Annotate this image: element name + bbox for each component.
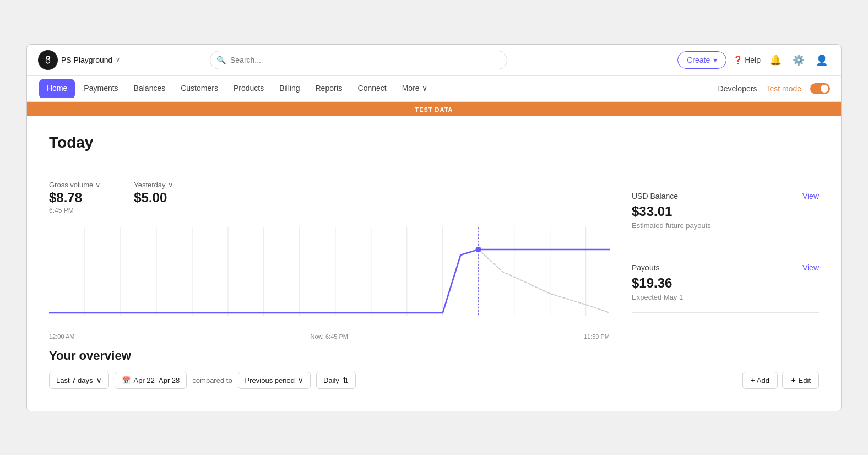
- create-button[interactable]: Create ▾: [677, 51, 726, 69]
- nav-label-customers: Customers: [181, 84, 218, 93]
- chart-label-start: 12:00 AM: [49, 333, 74, 340]
- nav-label-balances: Balances: [134, 84, 166, 93]
- gross-volume-chevron-icon: ∨: [95, 181, 101, 189]
- payouts-header: Payouts View: [632, 263, 819, 272]
- workspace-name: PS Playground: [61, 56, 112, 64]
- date-range-label: Apr 22–Apr 28: [134, 376, 180, 384]
- nav-label-home: Home: [47, 84, 67, 93]
- section-divider: [49, 165, 819, 165]
- nav-item-home[interactable]: Home: [39, 79, 75, 98]
- user-icon: 👤: [816, 55, 828, 66]
- compared-to-label: compared to: [192, 376, 232, 384]
- nav-label-connect: Connect: [358, 84, 387, 93]
- nav-item-balances[interactable]: Balances: [126, 77, 173, 100]
- developers-link[interactable]: Developers: [718, 84, 757, 93]
- nav-label-reports: Reports: [316, 84, 343, 93]
- overview-controls: Last 7 days ∨ 📅 Apr 22–Apr 28 compared t…: [49, 372, 819, 389]
- payouts-sub: Expected May 1: [632, 293, 819, 301]
- previous-period-label: Previous period: [245, 376, 295, 384]
- gross-volume-label[interactable]: Gross volume ∨: [49, 181, 101, 189]
- add-label: + Add: [751, 376, 769, 384]
- nav-item-billing[interactable]: Billing: [272, 77, 307, 100]
- add-button[interactable]: + Add: [742, 372, 778, 389]
- search-bar: 🔍: [210, 51, 507, 69]
- yesterday-value: $5.00: [134, 190, 173, 205]
- settings-button[interactable]: ⚙️: [790, 52, 807, 68]
- more-chevron-icon: ∨: [422, 84, 427, 93]
- page-title: Today: [49, 134, 819, 151]
- usd-balance-title: USD Balance: [632, 192, 678, 201]
- daily-selector[interactable]: Daily ⇅: [316, 372, 356, 389]
- usd-balance-sub: Estimated future payouts: [632, 221, 819, 230]
- search-icon: 🔍: [216, 56, 226, 64]
- usd-balance-amount: $33.01: [632, 204, 819, 219]
- payouts-view-link[interactable]: View: [802, 263, 819, 272]
- chart-label-mid: Now, 6:45 PM: [310, 333, 348, 340]
- yesterday-chevron-icon: ∨: [168, 181, 173, 189]
- nav-right: Developers Test mode: [718, 83, 830, 94]
- notifications-button[interactable]: 🔔: [767, 52, 784, 68]
- line-chart: [49, 228, 610, 327]
- brand-logo: [38, 50, 58, 70]
- gross-volume-metric: Gross volume ∨ $8.78 6:45 PM: [49, 181, 101, 214]
- nav-item-customers[interactable]: Customers: [173, 77, 226, 100]
- overview-right: + Add ✦ Edit: [742, 372, 819, 389]
- nav-label-products: Products: [234, 84, 264, 93]
- nav-item-products[interactable]: Products: [226, 77, 272, 100]
- main-content: Today Gross volume ∨ $8.78 6:45 PM: [27, 116, 841, 411]
- top-bar: PS Playground ∨ 🔍 Create ▾ ❓ Help 🔔 ⚙️: [27, 45, 841, 76]
- chart-area: Gross volume ∨ $8.78 6:45 PM Yesterday ∨…: [49, 181, 610, 327]
- workspace-chevron-icon: ∨: [116, 56, 120, 63]
- payouts-title: Payouts: [632, 263, 660, 272]
- test-mode-label: Test mode: [766, 84, 801, 93]
- overview-title: Your overview: [49, 349, 819, 363]
- nav-item-connect[interactable]: Connect: [350, 77, 394, 100]
- gear-icon: ⚙️: [793, 55, 805, 66]
- today-section: Gross volume ∨ $8.78 6:45 PM Yesterday ∨…: [49, 181, 819, 327]
- gross-volume-time: 6:45 PM: [49, 207, 101, 214]
- edit-label: ✦ Edit: [790, 376, 811, 384]
- test-data-label: TEST DATA: [415, 106, 453, 113]
- test-mode-toggle[interactable]: [810, 83, 830, 94]
- chart-labels: 12:00 AM Now, 6:45 PM 11:59 PM: [49, 333, 610, 340]
- account-button[interactable]: 👤: [813, 52, 830, 68]
- edit-button[interactable]: ✦ Edit: [782, 372, 819, 389]
- period-chevron-icon: ∨: [96, 376, 102, 384]
- bell-icon: 🔔: [769, 55, 782, 66]
- yesterday-label[interactable]: Yesterday ∨: [134, 181, 173, 189]
- nav-label-billing: Billing: [279, 84, 300, 93]
- search-input[interactable]: [210, 51, 507, 69]
- period-label: Last 7 days: [56, 376, 93, 384]
- help-button[interactable]: ❓ Help: [733, 56, 761, 64]
- gross-volume-value: $8.78: [49, 190, 101, 205]
- nav-item-more[interactable]: More ∨: [394, 77, 435, 100]
- nav-bar: Home Payments Balances Customers Product…: [27, 76, 841, 102]
- usd-balance-view-link[interactable]: View: [802, 192, 819, 201]
- nav-item-payments[interactable]: Payments: [76, 77, 126, 100]
- nav-item-reports[interactable]: Reports: [308, 77, 350, 100]
- overview-section: Your overview Last 7 days ∨ 📅 Apr 22–Apr…: [49, 349, 819, 389]
- create-chevron-icon: ▾: [713, 56, 717, 64]
- period-selector[interactable]: Last 7 days ∨: [49, 372, 109, 389]
- help-circle-icon: ❓: [733, 56, 742, 64]
- usd-balance-card: USD Balance View $33.01 Estimated future…: [632, 181, 819, 241]
- date-range-selector[interactable]: 📅 Apr 22–Apr 28: [115, 372, 187, 389]
- right-panel: USD Balance View $33.01 Estimated future…: [632, 181, 819, 324]
- create-label: Create: [687, 56, 710, 64]
- top-right-actions: Create ▾ ❓ Help 🔔 ⚙️ 👤: [677, 51, 830, 69]
- nav-label-more: More: [402, 84, 420, 93]
- logo-area[interactable]: PS Playground ∨: [38, 50, 120, 70]
- yesterday-metric: Yesterday ∨ $5.00: [134, 181, 173, 214]
- chart-container: 12:00 AM Now, 6:45 PM 11:59 PM: [49, 228, 610, 327]
- calendar-icon: 📅: [122, 376, 131, 384]
- daily-sort-icon: ⇅: [343, 376, 349, 384]
- previous-period-chevron-icon: ∨: [298, 376, 303, 384]
- test-data-banner: TEST DATA: [27, 102, 841, 116]
- daily-label: Daily: [323, 376, 339, 384]
- nav-label-payments: Payments: [84, 84, 118, 93]
- previous-period-selector[interactable]: Previous period ∨: [238, 372, 311, 389]
- payouts-card: Payouts View $19.36 Expected May 1: [632, 252, 819, 313]
- usd-balance-header: USD Balance View: [632, 192, 819, 201]
- chart-label-end: 11:59 PM: [584, 333, 610, 340]
- metrics-row: Gross volume ∨ $8.78 6:45 PM Yesterday ∨…: [49, 181, 610, 214]
